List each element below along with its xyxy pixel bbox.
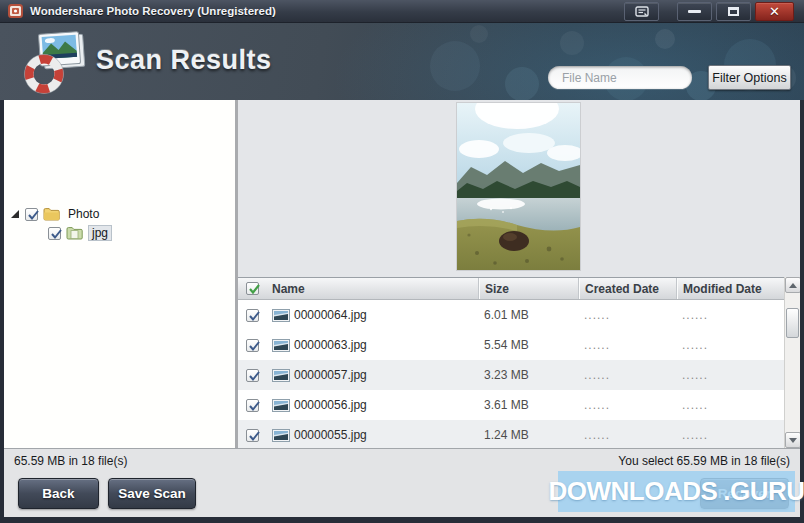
folder-icon-green: [66, 226, 83, 240]
header-cell-modified[interactable]: Modified Date: [676, 278, 784, 299]
row-checkbox[interactable]: [246, 339, 259, 352]
title-bar: Wondershare Photo Recovery (Unregistered…: [0, 0, 804, 23]
maximize-button[interactable]: [716, 2, 751, 21]
modified-date: ......: [676, 428, 784, 442]
modified-date: ......: [676, 338, 784, 352]
file-name: 00000056.jpg: [294, 398, 367, 412]
maximize-icon: [728, 7, 739, 16]
close-icon: ✕: [769, 5, 780, 18]
search-input[interactable]: [548, 71, 721, 85]
created-date: ......: [578, 368, 676, 382]
select-all-checkbox[interactable]: [246, 282, 259, 295]
file-type-tree: Photo jpg: [4, 100, 235, 448]
page-title: Scan Results: [96, 45, 272, 76]
watermark-text-left: DOWNLOADS: [548, 476, 717, 507]
app-icon: [8, 4, 23, 18]
total-size-status: 65.59 MB in 18 file(s): [14, 454, 127, 468]
row-checkbox[interactable]: [246, 429, 259, 442]
file-name: 00000063.jpg: [294, 338, 367, 352]
chevron-down-icon: [789, 438, 797, 443]
file-size: 5.54 MB: [478, 338, 578, 352]
folder-icon-yellow: [43, 207, 60, 221]
image-file-icon: [272, 369, 290, 382]
table-row[interactable]: 00000057.jpg 3.23 MB ...... ......: [238, 360, 784, 390]
photo-recovery-logo: [24, 28, 92, 94]
header-cell-name[interactable]: Name: [266, 278, 478, 299]
minimize-button[interactable]: [677, 2, 712, 21]
row-checkbox[interactable]: [246, 369, 259, 382]
filter-options-button[interactable]: Filter Options: [708, 65, 791, 90]
modified-date: ......: [676, 368, 784, 382]
created-date: ......: [578, 308, 676, 322]
scroll-down-button[interactable]: [785, 432, 800, 448]
window-menu-button[interactable]: [624, 2, 659, 21]
modified-date: ......: [676, 398, 784, 412]
table-row[interactable]: 00000064.jpg 6.01 MB ...... ......: [238, 300, 784, 330]
results-table: Name Size Created Date Modified Date 000…: [238, 277, 800, 448]
window-controls: ✕: [624, 2, 794, 21]
file-size: 6.01 MB: [478, 308, 578, 322]
feedback-icon: [635, 6, 649, 17]
header-cell-created[interactable]: Created Date: [578, 278, 676, 299]
downloads-guru-watermark: DOWNLOADS .GURU: [558, 471, 795, 512]
tree-item-jpg[interactable]: jpg: [48, 225, 112, 241]
watermark-text-right: .GURU: [723, 476, 804, 507]
back-button[interactable]: Back: [18, 478, 99, 509]
tree-expander-icon[interactable]: [11, 210, 19, 218]
header: Scan Results Filter Options: [0, 23, 804, 100]
file-name: 00000057.jpg: [294, 368, 367, 382]
tree-item-label[interactable]: jpg: [88, 225, 112, 241]
image-file-icon: [272, 399, 290, 412]
file-search: [548, 66, 692, 89]
tree-item-photo[interactable]: Photo: [11, 207, 102, 221]
scrollbar-thumb[interactable]: [786, 308, 799, 338]
table-header-row: Name Size Created Date Modified Date: [238, 277, 784, 300]
created-date: ......: [578, 338, 676, 352]
file-size: 3.23 MB: [478, 368, 578, 382]
image-file-icon: [272, 429, 290, 442]
table-row[interactable]: 00000056.jpg 3.61 MB ...... ......: [238, 390, 784, 420]
modified-date: ......: [676, 308, 784, 322]
created-date: ......: [578, 398, 676, 412]
photo-checkbox[interactable]: [25, 208, 38, 221]
app-window: Wondershare Photo Recovery (Unregistered…: [0, 0, 804, 523]
footer: 65.59 MB in 18 file(s) You select 65.59 …: [4, 448, 800, 517]
file-name: 00000064.jpg: [294, 308, 367, 322]
minimize-icon: [688, 10, 701, 13]
preview-area: [238, 100, 800, 277]
vertical-scrollbar[interactable]: [784, 277, 800, 448]
row-checkbox[interactable]: [246, 309, 259, 322]
file-size: 1.24 MB: [478, 428, 578, 442]
save-scan-button[interactable]: Save Scan: [108, 478, 196, 509]
table-row[interactable]: 00000063.jpg 5.54 MB ...... ......: [238, 330, 784, 360]
image-file-icon: [272, 309, 290, 322]
file-name: 00000055.jpg: [294, 428, 367, 442]
results-panel: Name Size Created Date Modified Date 000…: [238, 100, 800, 448]
row-checkbox[interactable]: [246, 399, 259, 412]
created-date: ......: [578, 428, 676, 442]
header-cell-size[interactable]: Size: [478, 278, 578, 299]
chevron-up-icon: [789, 283, 797, 288]
tree-item-label[interactable]: Photo: [65, 207, 102, 221]
selected-size-status: You select 65.59 MB in 18 file(s): [618, 454, 790, 468]
file-size: 3.61 MB: [478, 398, 578, 412]
table-body: 00000064.jpg 6.01 MB ...... ...... 00000…: [238, 300, 784, 448]
image-file-icon: [272, 339, 290, 352]
header-cell-select: [238, 278, 266, 299]
scroll-up-button[interactable]: [785, 277, 800, 293]
close-button[interactable]: ✕: [755, 2, 794, 21]
photo-preview[interactable]: [457, 103, 580, 270]
window-title: Wondershare Photo Recovery (Unregistered…: [30, 5, 276, 17]
table-row[interactable]: 00000055.jpg 1.24 MB ...... ......: [238, 420, 784, 448]
jpg-checkbox[interactable]: [48, 227, 61, 240]
